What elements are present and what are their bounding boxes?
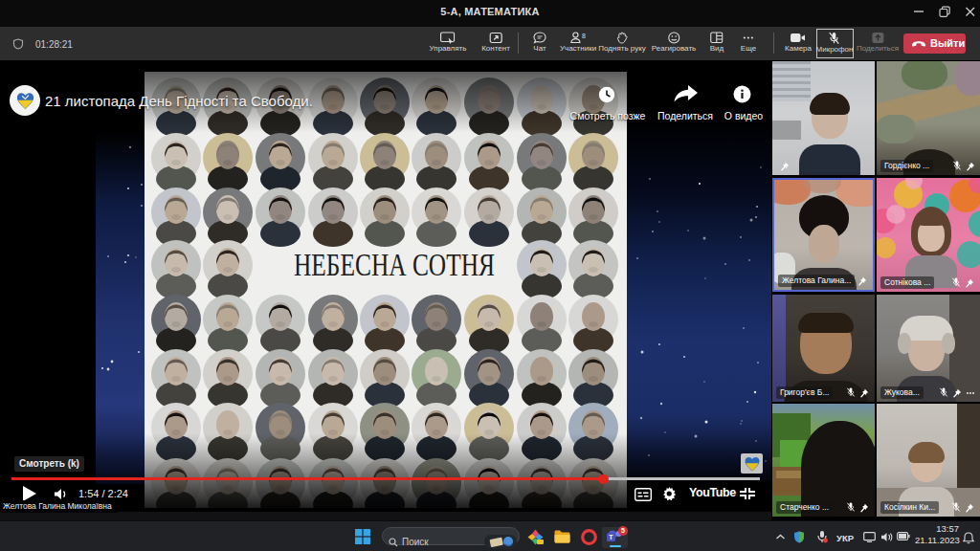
svg-text:НЕБЕСНА СОТНЯ: НЕБЕСНА СОТНЯ [294,248,495,282]
svg-text:8: 8 [582,33,586,39]
svg-text:T: T [609,534,613,540]
